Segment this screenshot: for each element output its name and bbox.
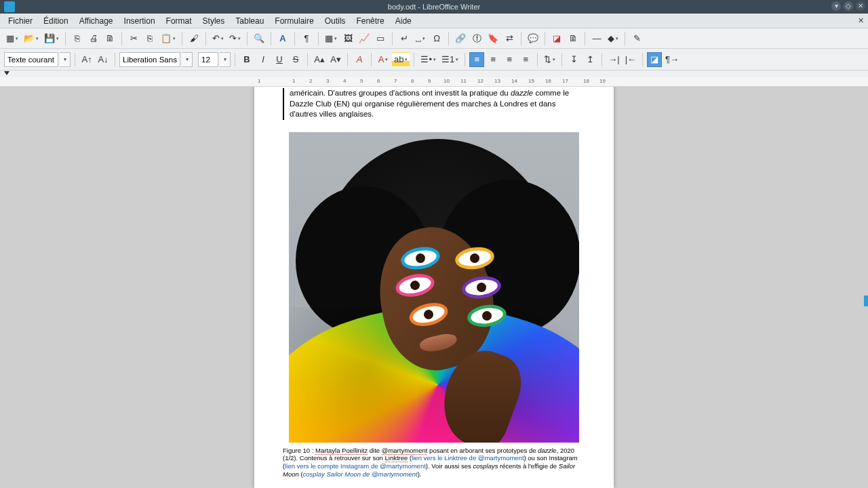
new-button[interactable]: ▦ [4, 31, 20, 46]
para-left-to-right-button[interactable]: ¶→ [663, 52, 681, 67]
insert-table-button[interactable]: ▦ [323, 31, 339, 46]
bold-button[interactable]: B [239, 52, 254, 67]
shrink-font-button[interactable]: A▾ [328, 52, 343, 67]
menu-help[interactable]: Aide [390, 15, 417, 27]
copy-button[interactable]: ⎘ [142, 31, 157, 46]
clear-formatting-button[interactable]: A [352, 52, 367, 67]
horizontal-ruler[interactable]: 1 1 2 3 4 5 6 7 8 9 10 11 12 13 14 15 16… [0, 77, 868, 87]
font-name-value: Liberation Sans [123, 56, 177, 64]
superscript-button[interactable]: A↑ [79, 52, 94, 67]
open-button[interactable]: 📂 [22, 31, 41, 46]
body-paragraph[interactable]: américain. D'autres groupes d'actions on… [283, 88, 585, 120]
upper-ruler-corner [0, 70, 868, 77]
close-document-button[interactable]: ✕ [858, 16, 864, 25]
formatting-toolbar: Texte courant ▾ A↑ A↓ Liberation Sans ▾ … [0, 49, 868, 70]
insert-chart-button[interactable]: 📈 [357, 31, 372, 46]
sidebar-handle[interactable] [864, 296, 868, 306]
menu-file[interactable]: Fichier [3, 15, 38, 27]
highlight-color-button[interactable]: ab [392, 52, 410, 67]
maximize-button[interactable]: ◇ [844, 1, 853, 11]
align-center-button[interactable]: ≡ [486, 52, 500, 67]
formatting-marks-button[interactable]: ¶ [299, 31, 314, 46]
page: américain. D'autres groupes d'actions on… [254, 87, 614, 488]
insert-field-button[interactable]: ⎵ [413, 31, 428, 46]
menu-styles[interactable]: Styles [197, 15, 231, 27]
font-name-dropdown[interactable]: ▾ [182, 52, 193, 67]
menu-table[interactable]: Tableau [230, 15, 269, 27]
show-changes-button[interactable]: 🗎 [566, 31, 580, 46]
unordered-list-button[interactable]: ☰• [418, 52, 438, 67]
track-changes-button[interactable]: ◪ [549, 31, 564, 46]
insert-hyperlink-button[interactable]: 🔗 [453, 31, 468, 46]
paragraph-style-value: Texte courant [7, 56, 54, 64]
document-area[interactable]: américain. D'autres groupes d'actions on… [0, 87, 868, 488]
paragraph-style-dropdown[interactable]: ▾ [60, 52, 71, 67]
align-right-button[interactable]: ≡ [502, 52, 517, 67]
insert-image-button[interactable]: 🖼 [340, 31, 355, 46]
menu-edit[interactable]: Édition [38, 15, 74, 27]
insert-line-button[interactable]: ― [589, 31, 604, 46]
align-left-button[interactable]: ≡ [469, 52, 484, 67]
menu-form[interactable]: Formulaire [269, 15, 319, 27]
decrease-indent-button[interactable]: |← [623, 52, 638, 67]
line-spacing-button[interactable]: ⇅ [542, 52, 557, 67]
menu-bar: Fichier Édition Affichage Insertion Form… [0, 14, 868, 28]
ordered-list-button[interactable]: ☰1 [439, 52, 460, 67]
figure-caption[interactable]: Figure 10 : Martayla Poellinitz dite @ma… [283, 447, 585, 479]
font-color-button[interactable]: A [376, 52, 391, 67]
spellcheck-button[interactable]: A [275, 31, 290, 46]
insert-comment-button[interactable]: 💬 [526, 31, 540, 46]
basic-shapes-button[interactable]: ◆ [606, 31, 620, 46]
export-pdf-button[interactable]: ⎘ [70, 31, 85, 46]
increase-indent-button[interactable]: →| [606, 52, 621, 67]
minimize-button[interactable]: ▾ [831, 1, 841, 11]
align-justify-button[interactable]: ≡ [518, 52, 533, 67]
font-size-value: 12 [201, 56, 210, 64]
decrease-paragraph-spacing-button[interactable]: ↥ [583, 52, 597, 67]
redo-button[interactable]: ↷ [227, 31, 243, 46]
print-preview-button[interactable]: 🗎 [102, 31, 117, 46]
insert-bookmark-button[interactable]: 🔖 [486, 31, 500, 46]
menu-tools[interactable]: Outils [319, 15, 351, 27]
insert-cross-ref-button[interactable]: ⇄ [502, 31, 517, 46]
show-draw-functions-button[interactable]: ✎ [629, 31, 644, 46]
font-size-dropdown[interactable]: ▾ [220, 52, 231, 67]
window-title: body.odt - LibreOffice Writer [0, 3, 868, 11]
close-window-button[interactable]: ✕ [856, 1, 865, 11]
save-button[interactable]: 💾 [42, 31, 61, 46]
print-button[interactable]: 🖨 [86, 31, 101, 46]
standard-toolbar: ▦ 📂 💾 ⎘ 🖨 🗎 ✂ ⎘ 📋 🖌 ↶ ↷ 🔍 A ¶ ▦ 🖼 📈 ▭ ↵ … [0, 28, 868, 49]
paragraph-style-combo[interactable]: Texte courant [4, 52, 58, 67]
increase-paragraph-spacing-button[interactable]: ↧ [566, 52, 581, 67]
paste-button[interactable]: 📋 [159, 31, 178, 46]
insert-footnote-button[interactable]: ⓕ [469, 31, 484, 46]
grow-font-button[interactable]: A▴ [312, 52, 327, 67]
insert-textbox-button[interactable]: ▭ [373, 31, 388, 46]
underline-button[interactable]: U [272, 52, 287, 67]
font-name-combo[interactable]: Liberation Sans [119, 52, 180, 67]
menu-window[interactable]: Fenêtre [351, 15, 389, 27]
menu-view[interactable]: Affichage [74, 15, 119, 27]
menu-insert[interactable]: Insertion [119, 15, 161, 27]
menu-format[interactable]: Format [161, 15, 197, 27]
window-titlebar: body.odt - LibreOffice Writer ▾ ◇ ✕ [0, 0, 868, 14]
italic-button[interactable]: I [256, 52, 271, 67]
page-break-button[interactable]: ↵ [397, 31, 412, 46]
cut-button[interactable]: ✂ [126, 31, 141, 46]
undo-button[interactable]: ↶ [210, 31, 226, 46]
para-background-button[interactable]: ◪ [647, 52, 662, 67]
font-size-combo[interactable]: 12 [198, 52, 218, 67]
subscript-button[interactable]: A↓ [96, 52, 111, 67]
strikethrough-button[interactable]: S [288, 52, 303, 67]
figure-image[interactable] [289, 132, 579, 443]
clone-formatting-button[interactable]: 🖌 [186, 31, 201, 46]
insert-special-char-button[interactable]: Ω [429, 31, 444, 46]
find-replace-button[interactable]: 🔍 [252, 31, 267, 46]
app-icon [4, 1, 15, 12]
